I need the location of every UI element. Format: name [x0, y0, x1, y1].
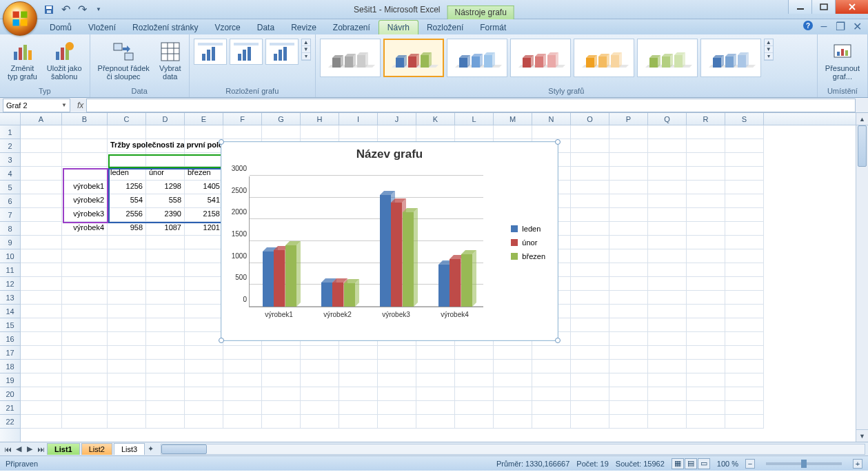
- cell[interactable]: [21, 401, 62, 415]
- cell[interactable]: [494, 125, 532, 139]
- tab-rozložení-stránky[interactable]: Rozložení stránky: [124, 21, 206, 34]
- cell[interactable]: 958: [108, 222, 146, 236]
- gallery-expand-icon[interactable]: ▾: [765, 53, 773, 60]
- cell[interactable]: [494, 360, 532, 373]
- cell[interactable]: [146, 139, 185, 153]
- cell[interactable]: [62, 139, 108, 153]
- column-header[interactable]: C: [108, 113, 146, 125]
- scroll-down-icon[interactable]: ▼: [765, 46, 773, 53]
- cell[interactable]: [494, 415, 532, 429]
- gallery-expand-icon[interactable]: ▾: [302, 53, 310, 60]
- cell[interactable]: [21, 181, 62, 194]
- cell[interactable]: [146, 125, 185, 139]
- cell[interactable]: [416, 373, 455, 387]
- cell[interactable]: [62, 263, 108, 277]
- cell[interactable]: [21, 360, 62, 373]
- cell[interactable]: [571, 249, 609, 263]
- column-header[interactable]: H: [301, 113, 339, 125]
- cell[interactable]: [687, 181, 725, 194]
- fx-icon[interactable]: fx: [77, 101, 83, 110]
- chart-object[interactable]: Název grafu 050010001500200025003000 výr…: [221, 141, 558, 341]
- cell[interactable]: [725, 222, 764, 236]
- cell[interactable]: [185, 291, 223, 305]
- cell[interactable]: [571, 305, 609, 318]
- cell[interactable]: [146, 236, 185, 249]
- cell[interactable]: [571, 277, 609, 291]
- cell[interactable]: [609, 415, 648, 429]
- cell[interactable]: [609, 360, 648, 373]
- cell[interactable]: [609, 208, 648, 222]
- cell[interactable]: [339, 346, 378, 360]
- cell[interactable]: [571, 236, 609, 249]
- cell[interactable]: 1405: [185, 181, 223, 194]
- cell[interactable]: [648, 249, 687, 263]
- cell[interactable]: [648, 236, 687, 249]
- cell[interactable]: [571, 415, 609, 429]
- tab-vložení[interactable]: Vložení: [80, 21, 124, 34]
- cell[interactable]: [455, 346, 494, 360]
- tab-návrh[interactable]: Návrh: [379, 20, 418, 34]
- tab-formát[interactable]: Formát: [472, 21, 514, 34]
- chart-layout-option[interactable]: [265, 39, 299, 65]
- cell[interactable]: [571, 222, 609, 236]
- cell[interactable]: [494, 346, 532, 360]
- cell[interactable]: výrobek1: [62, 181, 108, 194]
- cell[interactable]: [725, 167, 764, 181]
- cell[interactable]: [648, 318, 687, 332]
- scroll-up-icon[interactable]: ▲: [302, 39, 310, 46]
- chart-style-option[interactable]: [574, 39, 634, 77]
- cell[interactable]: 2556: [108, 208, 146, 222]
- cell[interactable]: [609, 181, 648, 194]
- cell[interactable]: leden: [108, 167, 146, 181]
- cell[interactable]: [301, 415, 339, 429]
- change-chart-type-button[interactable]: Změnit typ grafu: [4, 39, 41, 83]
- cell[interactable]: [609, 249, 648, 263]
- formula-input[interactable]: [86, 99, 856, 112]
- cell[interactable]: [609, 373, 648, 387]
- cell[interactable]: [571, 346, 609, 360]
- cell[interactable]: únor: [146, 167, 185, 181]
- cell[interactable]: [416, 346, 455, 360]
- cell[interactable]: [223, 401, 262, 415]
- cell[interactable]: [21, 153, 62, 167]
- column-header[interactable]: E: [185, 113, 223, 125]
- row-header[interactable]: 7: [0, 208, 20, 222]
- cell[interactable]: [416, 387, 455, 401]
- resize-handle[interactable]: [219, 139, 224, 145]
- cell[interactable]: [455, 401, 494, 415]
- cell[interactable]: [648, 167, 687, 181]
- cell[interactable]: [687, 194, 725, 208]
- column-header[interactable]: K: [416, 113, 455, 125]
- cell[interactable]: [62, 249, 108, 263]
- cell[interactable]: [146, 387, 185, 401]
- sheet-nav-last-icon[interactable]: ⏭: [36, 444, 46, 454]
- cell[interactable]: [146, 263, 185, 277]
- cell[interactable]: [609, 401, 648, 415]
- cell[interactable]: [609, 387, 648, 401]
- cell[interactable]: [262, 373, 301, 387]
- tab-rozložení[interactable]: Rozložení: [418, 21, 472, 34]
- cell[interactable]: [571, 194, 609, 208]
- cell[interactable]: [108, 346, 146, 360]
- cell[interactable]: [62, 346, 108, 360]
- cell[interactable]: [108, 305, 146, 318]
- cell[interactable]: [648, 373, 687, 387]
- cell[interactable]: [21, 346, 62, 360]
- cell[interactable]: [62, 153, 108, 167]
- chart-title[interactable]: Název grafu: [221, 142, 558, 167]
- name-box[interactable]: Graf 2▼: [3, 99, 70, 112]
- cell[interactable]: [301, 360, 339, 373]
- cell[interactable]: [648, 208, 687, 222]
- cell[interactable]: [609, 236, 648, 249]
- cell[interactable]: [301, 346, 339, 360]
- cell[interactable]: [185, 125, 223, 139]
- cell[interactable]: [21, 263, 62, 277]
- cell[interactable]: [455, 387, 494, 401]
- cell[interactable]: [687, 360, 725, 373]
- cell[interactable]: [609, 318, 648, 332]
- cell[interactable]: [108, 360, 146, 373]
- chart-legend[interactable]: ledenúnorbřezen: [511, 225, 545, 266]
- cell[interactable]: [146, 332, 185, 346]
- column-header[interactable]: Q: [648, 113, 687, 125]
- cell[interactable]: [185, 277, 223, 291]
